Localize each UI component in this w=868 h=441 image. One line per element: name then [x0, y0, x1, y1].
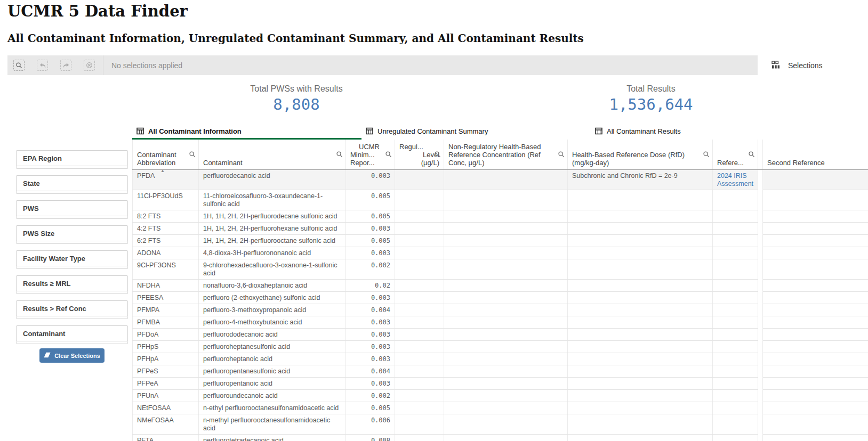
cell-reg_level[interactable]: [395, 279, 444, 291]
cell-reference[interactable]: [713, 414, 758, 434]
cell-reg_level[interactable]: [395, 304, 444, 316]
table-scrollbar-track[interactable]: [758, 304, 763, 316]
table-scrollbar-track[interactable]: [758, 169, 763, 190]
cell-second_reference[interactable]: [763, 316, 868, 328]
cell-name[interactable]: 9-chlorohexadecafluoro-3-oxanone-1-sulfo…: [199, 259, 346, 279]
table-scrollbar-track[interactable]: [758, 247, 763, 259]
step-back-icon[interactable]: [37, 60, 48, 71]
cell-second_reference[interactable]: [763, 328, 868, 340]
cell-name[interactable]: perfluorododecanoic acid: [199, 328, 346, 340]
cell-second_reference[interactable]: [763, 247, 868, 259]
cell-name[interactable]: perfluoroheptanoic acid: [199, 353, 346, 365]
cell-reference[interactable]: [713, 247, 758, 259]
filter-results-mrl[interactable]: Results ≥ MRL: [16, 275, 128, 294]
cell-mrl[interactable]: 0.003: [346, 222, 395, 234]
cell-rfd[interactable]: [568, 291, 713, 304]
table-scrollbar-track[interactable]: [758, 414, 763, 434]
cell-ref_conc[interactable]: [444, 353, 568, 365]
cell-reg_level[interactable]: [395, 234, 444, 247]
column-header-reference[interactable]: Refere...: [713, 140, 758, 169]
column-header-reg_level[interactable]: Regul...Level(µg/L): [395, 140, 444, 169]
cell-name[interactable]: 1H, 1H, 2H, 2H-perfluorodecane sulfonic …: [199, 210, 346, 222]
cell-ref_conc[interactable]: [444, 365, 568, 377]
filter-pws-size[interactable]: PWS Size: [16, 225, 128, 244]
tab-unregulated-contaminant-summary[interactable]: Unregulated Contaminant Summary: [361, 124, 591, 140]
column-header-name[interactable]: Contaminant: [199, 140, 346, 169]
cell-reference[interactable]: [713, 389, 758, 402]
cell-second_reference[interactable]: [763, 434, 868, 441]
tab-all-contaminant-information[interactable]: All Contaminant Information: [132, 124, 361, 140]
cell-rfd[interactable]: [568, 222, 713, 234]
table-scrollbar-track[interactable]: [758, 190, 763, 210]
cell-reference[interactable]: [713, 402, 758, 414]
cell-reg_level[interactable]: [395, 291, 444, 304]
cell-name[interactable]: perfluoro-3-methoxypropanoic acid: [199, 304, 346, 316]
cell-name[interactable]: perfluoropentanoic acid: [199, 377, 346, 389]
cell-ref_conc[interactable]: [444, 210, 568, 222]
cell-name[interactable]: perfluoro (2-ethoxyethane) sulfonic acid: [199, 291, 346, 304]
cell-ref_conc[interactable]: [444, 434, 568, 441]
clear-selections-button[interactable]: Clear Selections: [39, 348, 105, 363]
cell-reg_level[interactable]: [395, 190, 444, 210]
column-header-mrl[interactable]: UCMRMinim...Repor...: [346, 140, 395, 169]
table-scrollbar-track[interactable]: [758, 279, 763, 291]
clear-all-selections-icon[interactable]: [84, 60, 95, 71]
cell-second_reference[interactable]: [763, 365, 868, 377]
table-scrollbar-track[interactable]: [758, 328, 763, 340]
cell-second_reference[interactable]: [763, 169, 868, 190]
search-icon[interactable]: [434, 151, 441, 159]
cell-abbr[interactable]: NFDHA: [133, 279, 199, 291]
table-scrollbar-track[interactable]: [758, 340, 763, 353]
cell-abbr[interactable]: PFHpS: [133, 340, 199, 353]
cell-reg_level[interactable]: [395, 414, 444, 434]
selections-button[interactable]: Selections: [758, 55, 832, 75]
cell-ref_conc[interactable]: [444, 247, 568, 259]
cell-name[interactable]: perfluorotetradecanoic acid: [199, 434, 346, 441]
cell-ref_conc[interactable]: [444, 259, 568, 279]
cell-reference[interactable]: [713, 353, 758, 365]
table-scrollbar-track[interactable]: [758, 434, 763, 441]
cell-mrl[interactable]: 0.005: [346, 234, 395, 247]
cell-abbr[interactable]: ADONA: [133, 247, 199, 259]
search-icon[interactable]: [748, 151, 755, 159]
table-scrollbar-track[interactable]: [758, 402, 763, 414]
cell-reference[interactable]: [713, 340, 758, 353]
cell-mrl[interactable]: 0.008: [346, 434, 395, 441]
step-forward-icon[interactable]: [60, 60, 71, 71]
cell-rfd[interactable]: [568, 389, 713, 402]
cell-reg_level[interactable]: [395, 402, 444, 414]
cell-rfd[interactable]: [568, 316, 713, 328]
cell-reference[interactable]: [713, 304, 758, 316]
cell-second_reference[interactable]: [763, 402, 868, 414]
cell-name[interactable]: perfluoroundecanoic acid: [199, 389, 346, 402]
cell-reference[interactable]: [713, 377, 758, 389]
cell-reg_level[interactable]: [395, 247, 444, 259]
column-header-second_reference[interactable]: Second Reference: [763, 140, 868, 169]
cell-mrl[interactable]: 0.003: [346, 328, 395, 340]
cell-abbr[interactable]: PFMBA: [133, 316, 199, 328]
cell-mrl[interactable]: 0.006: [346, 414, 395, 434]
cell-reg_level[interactable]: [395, 377, 444, 389]
table-scrollbar-track[interactable]: [758, 365, 763, 377]
cell-ref_conc[interactable]: [444, 414, 568, 434]
cell-mrl[interactable]: 0.002: [346, 259, 395, 279]
reference-link[interactable]: 2024 IRIS Assessment: [717, 172, 753, 187]
cell-abbr[interactable]: PFMPA: [133, 304, 199, 316]
cell-mrl[interactable]: 0.004: [346, 365, 395, 377]
column-header-ref_conc[interactable]: Non-Regulatory Health-BasedReference Con…: [444, 140, 568, 169]
cell-rfd[interactable]: [568, 210, 713, 222]
tab-all-contaminant-results[interactable]: All Contaminant Results: [591, 124, 820, 140]
filter-pws[interactable]: PWS: [16, 200, 128, 219]
cell-second_reference[interactable]: [763, 340, 868, 353]
cell-second_reference[interactable]: [763, 210, 868, 222]
cell-abbr[interactable]: 11Cl-PF3OUdS: [133, 190, 199, 210]
filter-state[interactable]: State: [16, 175, 128, 194]
table-scrollbar-track[interactable]: [758, 291, 763, 304]
cell-rfd[interactable]: [568, 340, 713, 353]
table-scrollbar-track[interactable]: [758, 234, 763, 247]
cell-second_reference[interactable]: [763, 190, 868, 210]
cell-reference[interactable]: [713, 434, 758, 441]
cell-rfd[interactable]: [568, 353, 713, 365]
cell-ref_conc[interactable]: [444, 316, 568, 328]
cell-rfd[interactable]: [568, 234, 713, 247]
